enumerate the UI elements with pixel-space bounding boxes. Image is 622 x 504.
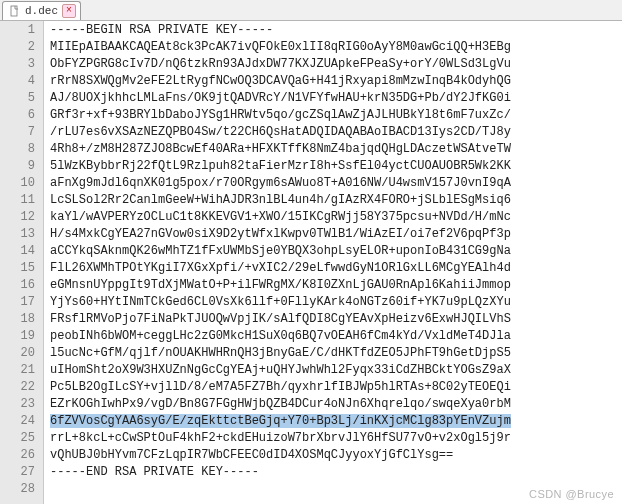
code-line: MIIEpAIBAAKCAQEAt8ck3PcAK7ivQFOkE0xlII8q… (50, 39, 622, 56)
close-icon[interactable]: × (62, 4, 76, 18)
line-number: 24 (0, 413, 43, 430)
line-number: 3 (0, 56, 43, 73)
code-line: GRf3r+xf+93BRYlbDaboJYSg1HRWtv5qo/gcZSql… (50, 107, 622, 124)
code-line: AJ/8UOXjkhhcLMLaFns/OK9jtQADVRcY/N1VFYfw… (50, 90, 622, 107)
code-line: kaYl/wAVPERYzOCLuC1t8KKEVGV1+XWO/15IKCgR… (50, 209, 622, 226)
line-number: 28 (0, 481, 43, 498)
code-line: rRrN8SXWQgMv2eFE2LtRygfNCwOQ3DCAVQaG+H41… (50, 73, 622, 90)
line-number: 19 (0, 328, 43, 345)
code-line: -----END RSA PRIVATE KEY----- (50, 464, 622, 481)
file-tab[interactable]: d.dec × (2, 1, 81, 20)
code-line: EZrKOGhIwhPx9/vgD/Bn8G7FGgHWjbQZB4DCur4o… (50, 396, 622, 413)
file-tab-label: d.dec (25, 5, 62, 17)
code-line: Pc5LB2OgILcSY+vjllD/8/eM7A5FZ7Bh/qyxhrlf… (50, 379, 622, 396)
code-line (50, 481, 622, 498)
tab-bar: d.dec × (0, 0, 622, 21)
line-number: 20 (0, 345, 43, 362)
line-number: 2 (0, 39, 43, 56)
line-number: 9 (0, 158, 43, 175)
code-line: -----BEGIN RSA PRIVATE KEY----- (50, 22, 622, 39)
line-number: 16 (0, 277, 43, 294)
line-number: 5 (0, 90, 43, 107)
code-line: 5lWzKBybbrRj22fQtL9Rzlpuh82taFierMzrI8h+… (50, 158, 622, 175)
line-number: 17 (0, 294, 43, 311)
line-number: 7 (0, 124, 43, 141)
code-line: l5ucNc+GfM/qjlf/nOUAKHWHRnQH3jBnyGaE/C/d… (50, 345, 622, 362)
code-line: eGMnsnUYppgIt9TdXjMWatO+P+ilFWRgMX/K8I0Z… (50, 277, 622, 294)
line-number: 26 (0, 447, 43, 464)
code-line: 4Rh8+/zM8H287ZJO8BcwEf40ARa+HFXKTffK8NmZ… (50, 141, 622, 158)
code-line: vQhUBJ0bHYvm7CFzLqpIR7WbCFEEC0dID4XOSMqC… (50, 447, 622, 464)
line-number: 10 (0, 175, 43, 192)
code-line: /rLU7es6vXSAzNEZQPBO4Sw/t22CH6QsHatADQID… (50, 124, 622, 141)
line-number: 21 (0, 362, 43, 379)
line-number: 14 (0, 243, 43, 260)
selected-text: 6fZVVosCgYAA6syG/E/zqEkttctBeGjq+Y70+Bp3… (50, 414, 511, 428)
line-number: 27 (0, 464, 43, 481)
svg-rect-0 (11, 6, 17, 16)
code-editor[interactable]: 1234567891011121314151617181920212223242… (0, 21, 622, 504)
code-area[interactable]: -----BEGIN RSA PRIVATE KEY-----MIIEpAIBA… (44, 21, 622, 504)
code-line: H/s4MxkCgYEA27nGVow0siX9D2ytWfxlKwpv0TWl… (50, 226, 622, 243)
line-number: 6 (0, 107, 43, 124)
line-number: 12 (0, 209, 43, 226)
editor-window: d.dec × 12345678910111213141516171819202… (0, 0, 622, 504)
line-number: 1 (0, 22, 43, 39)
line-number: 13 (0, 226, 43, 243)
line-number-gutter: 1234567891011121314151617181920212223242… (0, 21, 44, 504)
code-line: ObFYZPGRG8cIv7D/nQ6tzkRn93AJdxDW77KXJZUA… (50, 56, 622, 73)
line-number: 8 (0, 141, 43, 158)
code-line: peobINh6bWOM+ceggLHc2zG0MkcH1SuX0q6BQ7vO… (50, 328, 622, 345)
code-line: aFnXg9mJdl6qnXK01g5pox/r70ORgym6sAWuo8T+… (50, 175, 622, 192)
line-number: 23 (0, 396, 43, 413)
file-icon (9, 5, 21, 17)
code-line: 6fZVVosCgYAA6syG/E/zqEkttctBeGjq+Y70+Bp3… (50, 413, 622, 430)
code-line: FlL26XWMhTPOtYKgiI7XGxXpfi/+vXIC2/29eLfw… (50, 260, 622, 277)
line-number: 4 (0, 73, 43, 90)
line-number: 18 (0, 311, 43, 328)
code-line: LcSLSol2Rr2CanlmGeeW+WihAJDR3nlBL4un4h/g… (50, 192, 622, 209)
line-number: 11 (0, 192, 43, 209)
code-line: YjYs60+HYtINmTCkGed6CL0VsXk6llf+0FllyKAr… (50, 294, 622, 311)
code-line: uIHomSht2oX9W3HXUZnNgGcCgYEAj+uQHYJwhWhl… (50, 362, 622, 379)
line-number: 25 (0, 430, 43, 447)
line-number: 15 (0, 260, 43, 277)
code-line: FRsflRMVoPjo7FiNaPkTJUOQwVpjIK/sAlfQDI8C… (50, 311, 622, 328)
code-line: aCCYkqSAknmQK26wMhTZ1fFxUWMbSje0YBQX3ohp… (50, 243, 622, 260)
line-number: 22 (0, 379, 43, 396)
code-line: rrL+8kcL+cCwSPtOuF4khF2+ckdEHuizoW7brXbr… (50, 430, 622, 447)
